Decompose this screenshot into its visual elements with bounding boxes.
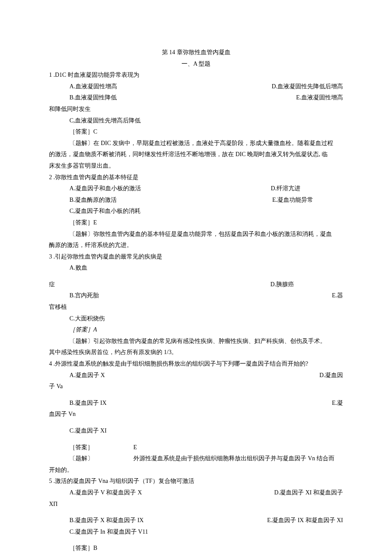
q1-explain-l3: 床发生多器官明显出血。 xyxy=(49,160,343,172)
section-title: 一、A 型题 xyxy=(49,58,343,70)
q3-opt-d: D.胰腺癌 xyxy=(270,279,343,291)
q3-answer: ［答案］A xyxy=(49,324,343,336)
q5-answer: ［答案］B xyxy=(49,543,343,554)
q4-opt-e-tail: 血因子 Vn xyxy=(49,409,343,420)
q4-answer-value: E xyxy=(133,442,137,453)
question-4: 4 .外源性凝血系统的触发是由于组织细胞损伤释放出的组织因子与下列哪一凝血因子结… xyxy=(49,358,343,476)
q4-opt-b: B.凝血因子 IX xyxy=(49,398,107,409)
chapter-title: 第 14 章弥散性血管内凝血 xyxy=(49,47,343,58)
q1-opt-d: D.血液凝固性先降低后增高 xyxy=(271,81,343,93)
q4-explain-row: 〔题解〕 外源性凝血系统是由于损伤组织细胞释放出组织因子并与凝血因子 Vn 结合… xyxy=(49,453,343,465)
q4-opt-d: D.凝血因 xyxy=(319,370,343,381)
q1-opt-e: E.血液凝固性增高 xyxy=(296,92,343,104)
q2-opt-b: B.凝血酶原的激活 xyxy=(49,195,117,206)
q1-opt-c: C,血液凝固性先增高后降低 xyxy=(49,115,343,127)
q3-stem: 3 .引起弥散性血管内凝血的最常见的疾病是 xyxy=(49,251,343,263)
question-5: 5 .激活的凝血因子 Vna 与组织因子（TF）复合物可激活 A.凝血因子 V … xyxy=(49,476,343,554)
q4-explain-value: 外源性凝血系统是由于损伤组织细胞释放出组织因子并与凝血因子 Vn 结合而 xyxy=(133,453,334,465)
q1-explain-l2: 的激活，凝血物质不断被消耗，同时继发性纤溶活性不断地增强，故在 DIC 晚期时血… xyxy=(49,149,343,160)
q4-opt-c: C.凝血因子 XI xyxy=(49,425,343,437)
q3-explain-l1: 〔题解〕引起弥散性血管内凝血的常见病有感染性疾病、肿瘤性疾病、妇产科疾病、创伤及… xyxy=(49,336,343,347)
q4-explain-label: 〔题解〕 xyxy=(49,453,133,465)
q2-explain-l2: 酶原的激活，纤溶系统的亢进。 xyxy=(49,240,343,251)
q5-opt-a: A.凝血因子 V 和凝血因子 X xyxy=(49,487,142,499)
q3-opt-b: B.宫内死胎 xyxy=(49,290,99,302)
q3-opt-a: A.败血 xyxy=(49,262,343,274)
q3-explain-l2: 其中感染性疾病居首位，约占所有原发病的 1/3。 xyxy=(49,347,343,358)
q5-opt-b: B.凝血因子 X 和凝血因子 IX xyxy=(49,515,144,526)
question-2: 2 .弥散性血管内凝血的基本特征是 A.凝血因子和血小板的激活 D.纤溶亢进 B… xyxy=(49,172,343,251)
q3-opt-e-tail: 官移植 xyxy=(49,302,343,313)
q2-answer: ［答案］E xyxy=(49,217,343,229)
q2-opt-e: E.凝血功能异常 xyxy=(272,195,343,206)
q5-opt-d-tail: XΠ xyxy=(49,499,343,510)
q2-explain-l1: 〔题解〕弥散性血管内凝血的基本特征是凝血功能异常，包括凝血因子和血小板的激活和消… xyxy=(49,229,343,240)
q4-answer-row: ［答案］ E xyxy=(49,442,343,453)
q3-opt-e: E.器 xyxy=(332,290,343,302)
q4-opt-a: A.凝血因子 X xyxy=(49,370,105,381)
q5-opt-c: C.凝血因子 In 和凝血因子 V11 xyxy=(49,526,343,538)
document-page: 第 14 章弥散性血管内凝血 一、A 型题 1 .D1C 时血液凝固功能异常表现… xyxy=(0,0,392,555)
q3-zheng: 症 xyxy=(49,279,55,291)
q2-opt-a: A.凝血因子和血小板的激活 xyxy=(49,183,141,195)
q4-opt-d-tail: 子 Va xyxy=(49,381,343,392)
q5-stem: 5 .激活的凝血因子 Vna 与组织因子（TF）复合物可激活 xyxy=(49,476,343,487)
q1-opt-e-tail: 和降低同时发生 xyxy=(49,104,343,115)
q1-opt-a: A.血液凝固性增高 xyxy=(49,81,117,93)
question-1: 1 .D1C 时血液凝固功能异常表现为 A.血液凝固性增高 D.血液凝固性先降低… xyxy=(49,70,343,171)
q5-opt-e: E.凝血因子 IX 和凝血因子 XI xyxy=(267,515,343,526)
q1-explain-l1: 〔题解〕在 DIC 发病中，早期凝血过程被激活，血液处于高凝阶段，形成大量微血栓… xyxy=(49,138,343,149)
q1-answer: ［答案］C xyxy=(49,126,343,138)
q1-stem: 1 .D1C 时血液凝固功能异常表现为 xyxy=(49,70,343,81)
q2-opt-d: D.纤溶亢进 xyxy=(271,183,343,195)
q3-opt-c: C.大面积烧伤 xyxy=(49,313,343,325)
q4-stem: 4 .外源性凝血系统的触发是由于组织细胞损伤释放出的组织因子与下列哪一凝血因子结… xyxy=(49,358,343,370)
q4-opt-e: E.凝 xyxy=(332,398,343,409)
q4-explain-tail: 开始的。 xyxy=(49,465,343,476)
q2-opt-c: C,凝血因子和血小板的消耗 xyxy=(49,206,343,217)
q1-opt-b: B.血液凝固性降低 xyxy=(49,92,117,104)
q2-stem: 2 .弥散性血管内凝血的基本特征是 xyxy=(49,172,343,183)
q5-opt-d: D.凝血因子 XI 和凝血因子 xyxy=(274,487,343,499)
q4-answer-label: ［答案］ xyxy=(49,442,133,453)
question-3: 3 .引起弥散性血管内凝血的最常见的疾病是 A.败血 症 D.胰腺癌 B.宫内死… xyxy=(49,251,343,358)
